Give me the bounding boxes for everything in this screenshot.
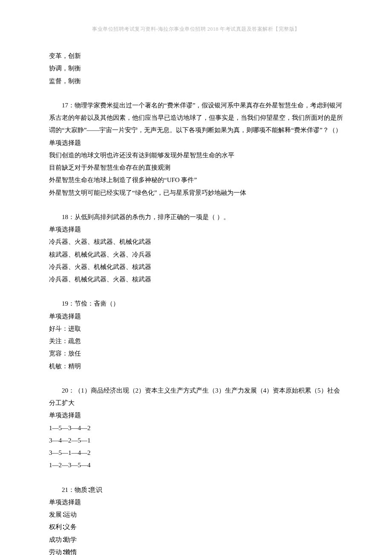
text-line: 单项选择题 (49, 137, 343, 149)
text-line: 权利∶义务 (49, 521, 343, 533)
text-block: 17：物理学家费米提出过一个著名的“费米佯谬”，假设银河系中果真存在外星智慧生命… (49, 99, 343, 199)
text-line: 17：物理学家费米提出过一个著名的“费米佯谬”，假设银河系中果真存在外星智慧生命… (49, 99, 343, 137)
text-line: 单项选择题 (49, 223, 343, 236)
text-line: 外星智慧文明可能已经实现了“绿色化”，已与星系背景巧妙地融为一体 (49, 187, 343, 199)
text-block: 20：（1）商品经济出现（2）资本主义生产方式产生（3）生产力发展（4）资本原始… (49, 384, 343, 472)
document-page: 事业单位招聘考试复习资料-海拉尔事业单位招聘 2018 年考试真题及答案解析【完… (0, 0, 392, 555)
text-line: 发展∶运动 (49, 509, 343, 521)
text-block: 18：从低到高排列武器的杀伤力，排序正确的一项是（ ）。单项选择题冷兵器、火器、… (49, 211, 343, 286)
text-line: 单项选择题 (49, 409, 343, 422)
text-line: 1—5—3—4—2 (49, 422, 343, 434)
text-line: 外星智慧生命在地球上制造了很多神秘的“UFO 事件” (49, 174, 343, 186)
text-line: 冷兵器、火器、核武器、机械化武器 (49, 236, 343, 248)
text-line: 关注：疏忽 (49, 335, 343, 347)
text-line: 宽容：放任 (49, 347, 343, 360)
text-block: 19：节俭：吝啬（）单项选择题好斗：进取关注：疏忽宽容：放任机敏：精明 (49, 298, 343, 373)
text-line: 21：物质∶意识 (49, 484, 343, 496)
text-block: 21：物质∶意识单项选择题发展∶运动权利∶义务成功∶勤学劳动∶懒惰 (49, 484, 343, 555)
text-line: 协调，制衡 (49, 62, 343, 75)
text-line: 劳动∶懒惰 (49, 546, 343, 555)
text-line: 冷兵器、火器、机械化武器、核武器 (49, 261, 343, 273)
text-line: 目前缺乏对于外星智慧生命存在的直接观测 (49, 162, 343, 174)
text-line: 3—4—2—5—1 (49, 434, 343, 447)
text-line: 1—2—3—5—4 (49, 459, 343, 471)
document-body: 变革，创新协调，制衡监督，制衡17：物理学家费米提出过一个著名的“费米佯谬”，假… (49, 50, 343, 555)
text-line: 监督，制衡 (49, 75, 343, 87)
text-line: 核武器、机械化武器、火器、冷兵器 (49, 249, 343, 261)
text-line: 冷兵器、机械化武器、火器、核武器 (49, 273, 343, 286)
text-line: 机敏：精明 (49, 360, 343, 373)
text-line: 20：（1）商品经济出现（2）资本主义生产方式产生（3）生产力发展（4）资本原始… (49, 384, 343, 410)
text-line: 好斗：进取 (49, 323, 343, 335)
text-line: 19：节俭：吝啬（） (49, 298, 343, 310)
text-line: 单项选择题 (49, 496, 343, 509)
text-line: 变革，创新 (49, 50, 343, 62)
page-header: 事业单位招聘考试复习资料-海拉尔事业单位招聘 2018 年考试真题及答案解析【完… (49, 26, 343, 33)
text-line: 18：从低到高排列武器的杀伤力，排序正确的一项是（ ）。 (49, 211, 343, 223)
text-line: 成功∶勤学 (49, 534, 343, 546)
text-line: 单项选择题 (49, 310, 343, 323)
text-line: 3—5—1—4—2 (49, 447, 343, 459)
text-line: 我们创造的地球文明也许还没有达到能够发现外星智慧生命的水平 (49, 149, 343, 162)
text-block: 变革，创新协调，制衡监督，制衡 (49, 50, 343, 87)
